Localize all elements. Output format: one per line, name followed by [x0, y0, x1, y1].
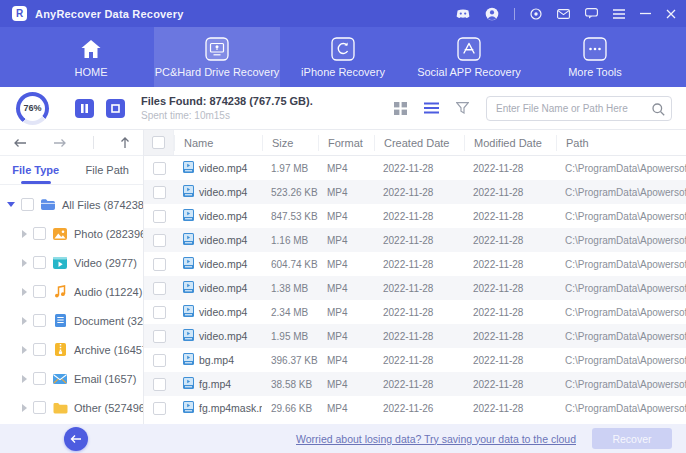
settings-icon[interactable]: [530, 8, 542, 20]
row-checkbox[interactable]: [153, 258, 166, 271]
minimize-icon[interactable]: [640, 8, 651, 19]
tree-item-label: Email (1657): [74, 373, 136, 385]
caret-down-icon[interactable]: [7, 202, 15, 207]
tree-checkbox[interactable]: [33, 285, 46, 298]
table-row[interactable]: video.mp4523.26 KBMP42022-11-282022-11-2…: [144, 180, 686, 204]
row-checkbox[interactable]: [153, 162, 166, 175]
discord-icon[interactable]: [456, 9, 470, 19]
table-row[interactable]: video.mp41.95 MBMP42022-11-282022-11-28C…: [144, 324, 686, 348]
file-path-cell: C:\ProgramData\Apowersoft\WP...: [556, 211, 686, 222]
caret-right-icon[interactable]: [22, 230, 27, 238]
column-header-name[interactable]: Name: [174, 135, 262, 151]
row-checkbox-cell: [144, 258, 174, 271]
tree-checkbox[interactable]: [33, 227, 46, 240]
tree-item-photo[interactable]: Photo (282396): [0, 219, 143, 248]
tree-item-video[interactable]: Video (2977): [0, 248, 143, 277]
caret-right-icon[interactable]: [22, 317, 27, 325]
search-box: [486, 96, 672, 121]
video-file-icon: [183, 401, 194, 415]
column-header-path[interactable]: Path: [556, 135, 686, 151]
nav-tab-more-tools[interactable]: More Tools: [532, 27, 658, 87]
tree-checkbox[interactable]: [33, 314, 46, 327]
back-button[interactable]: [64, 427, 88, 451]
stop-button[interactable]: [106, 99, 125, 118]
up-arrow-icon[interactable]: [120, 137, 130, 149]
table-row[interactable]: video.mp4604.74 KBMP42022-11-282022-11-2…: [144, 252, 686, 276]
column-header-size[interactable]: Size: [262, 135, 318, 151]
recover-button[interactable]: Recover: [592, 428, 672, 449]
tab-file-path[interactable]: File Path: [72, 156, 144, 184]
tree-item-audio[interactable]: Audio (11224): [0, 277, 143, 306]
file-path-cell: C:\ProgramData\Apowersoft\WP...: [556, 379, 686, 390]
caret-right-icon[interactable]: [22, 404, 27, 412]
table-row[interactable]: video.mp41.38 MBMP42022-11-282022-11-28C…: [144, 276, 686, 300]
row-checkbox[interactable]: [153, 378, 166, 391]
nav-tab-iphone-recovery[interactable]: iPhone Recovery: [280, 27, 406, 87]
search-input[interactable]: [486, 96, 672, 121]
tab-file-type[interactable]: File Type: [0, 156, 72, 184]
row-checkbox[interactable]: [153, 234, 166, 247]
feedback-icon[interactable]: [585, 8, 598, 19]
pause-button[interactable]: [75, 99, 94, 118]
close-icon[interactable]: [666, 9, 676, 19]
audio-icon: [52, 285, 68, 298]
nav-tab-pc-hard-drive-recovery[interactable]: PC&Hard Drive Recovery: [154, 27, 280, 87]
modified-date-cell: 2022-11-28: [464, 235, 556, 246]
mail-icon[interactable]: [557, 9, 570, 19]
column-header-format[interactable]: Format: [318, 135, 374, 151]
tree-checkbox[interactable]: [21, 198, 34, 211]
list-view-icon[interactable]: [424, 102, 439, 114]
caret-right-icon[interactable]: [22, 375, 27, 383]
table-row[interactable]: video.mp41.16 MBMP42022-11-282022-11-28C…: [144, 228, 686, 252]
row-checkbox[interactable]: [153, 330, 166, 343]
column-header-modified-date[interactable]: Modified Date: [464, 135, 556, 151]
tree-checkbox[interactable]: [33, 256, 46, 269]
nav-tab-label: Social APP Recovery: [417, 66, 521, 78]
table-row[interactable]: fg.mp438.58 KBMP42022-11-282022-11-28C:\…: [144, 372, 686, 396]
account-icon[interactable]: [485, 7, 499, 21]
tree-item-all[interactable]: All Files (874238): [0, 190, 143, 219]
file-type-tree: All Files (874238)Photo (282396)Video (2…: [0, 185, 143, 424]
column-header-created-date[interactable]: Created Date: [374, 135, 464, 151]
grid-view-icon[interactable]: [394, 102, 407, 115]
table-row[interactable]: fg.mp4mask.mp429.66 KBMP42022-11-262022-…: [144, 396, 686, 420]
table-row[interactable]: video.mp42.34 MBMP42022-11-282022-11-28C…: [144, 300, 686, 324]
nav-tab-home[interactable]: HOME: [28, 27, 154, 87]
row-checkbox[interactable]: [153, 306, 166, 319]
caret-right-icon[interactable]: [22, 259, 27, 267]
tree-checkbox[interactable]: [33, 372, 46, 385]
forward-arrow-icon[interactable]: [53, 138, 67, 148]
caret-right-icon[interactable]: [22, 346, 27, 354]
row-checkbox[interactable]: [153, 402, 166, 415]
tree-item-document[interactable]: Document (32031): [0, 306, 143, 335]
tree-item-archive[interactable]: Archive (16457): [0, 335, 143, 364]
tree-item-email[interactable]: Email (1657): [0, 364, 143, 393]
table-row[interactable]: video.mp4847.53 KBMP42022-11-282022-11-2…: [144, 204, 686, 228]
row-checkbox[interactable]: [153, 282, 166, 295]
table-row[interactable]: video.mp41.97 MBMP42022-11-282022-11-28C…: [144, 156, 686, 180]
nav-tab-social-app-recovery[interactable]: Social APP Recovery: [406, 27, 532, 87]
search-icon[interactable]: [652, 102, 665, 120]
row-checkbox[interactable]: [153, 210, 166, 223]
row-checkbox[interactable]: [153, 354, 166, 367]
tree-item-other[interactable]: Other (527496): [0, 393, 143, 422]
table-row[interactable]: bg.mp4396.37 KBMP42022-11-282022-11-28C:…: [144, 348, 686, 372]
row-checkbox[interactable]: [153, 186, 166, 199]
iphone-recovery-icon: [331, 37, 355, 61]
cloud-save-link[interactable]: Worried about losing data? Try saving yo…: [296, 433, 576, 445]
filter-icon[interactable]: [456, 102, 469, 114]
row-checkbox-cell: [144, 162, 174, 175]
file-format-cell: MP4: [318, 355, 374, 366]
row-checkbox-cell: [144, 282, 174, 295]
caret-right-icon[interactable]: [22, 288, 27, 296]
tree-checkbox[interactable]: [33, 401, 46, 414]
select-all-checkbox[interactable]: [152, 136, 165, 149]
app-title: AnyRecover Data Recovery: [35, 8, 183, 20]
content-area: File Type File Path All Files (874238)Ph…: [0, 130, 686, 424]
row-checkbox-cell: [144, 234, 174, 247]
tree-checkbox[interactable]: [33, 343, 46, 356]
files-found-text: Files Found: 874238 (767.75 GB).: [141, 95, 313, 107]
back-arrow-icon[interactable]: [13, 138, 27, 148]
menu-icon[interactable]: [613, 9, 625, 19]
row-checkbox-cell: [144, 378, 174, 391]
